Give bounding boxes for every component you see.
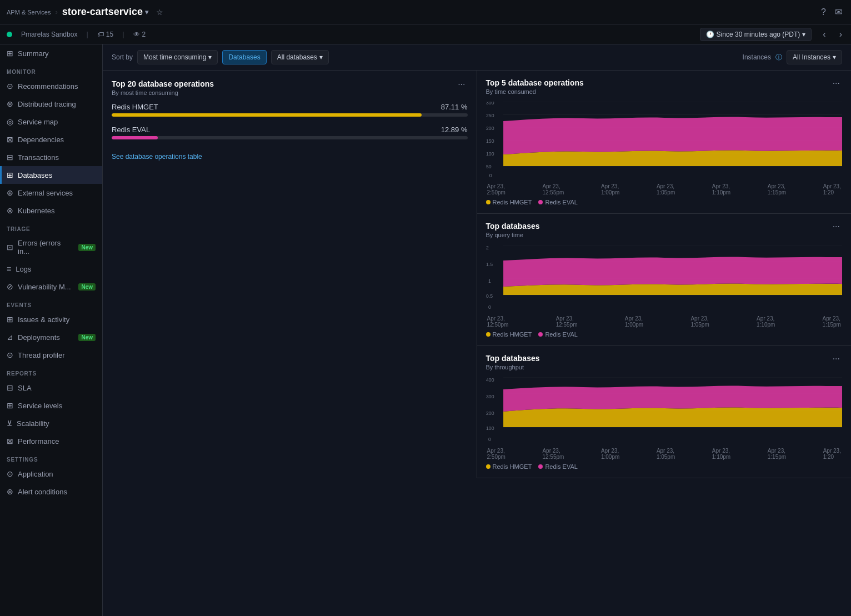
sidebar-item-service-map[interactable]: ◎ Service map bbox=[0, 113, 102, 131]
databases-tab[interactable]: Databases bbox=[222, 50, 266, 64]
status-dot bbox=[7, 32, 12, 37]
left-panel: Top 20 database operations By most time … bbox=[103, 71, 477, 478]
x-label-2: Apr 23,12:55pm bbox=[542, 183, 564, 196]
sidebar-item-sla[interactable]: ⊟ SLA bbox=[0, 379, 102, 397]
svg-text:0: 0 bbox=[489, 173, 492, 178]
sidebar-item-scalability[interactable]: ⊻ Scalability bbox=[0, 414, 102, 432]
legend-q-label-eval: Redis EVAL bbox=[545, 331, 578, 338]
sidebar-item-issues[interactable]: ⊞ Issues & activity bbox=[0, 310, 102, 328]
service-map-icon: ◎ bbox=[7, 117, 13, 126]
top5-chart-wrapper: 300 250 200 150 100 50 0 bbox=[486, 102, 843, 181]
vulnerability-icon: ⊘ bbox=[7, 282, 13, 291]
service-levels-icon: ⊞ bbox=[7, 401, 13, 410]
top5-card: Top 5 database operations By time consum… bbox=[477, 71, 852, 214]
legend-t-eval: Redis EVAL bbox=[538, 463, 578, 470]
db-op-pct-hmget: 87.11 % bbox=[441, 103, 468, 111]
sidebar-item-application[interactable]: ⊙ Application bbox=[0, 465, 102, 483]
application-icon: ⊙ bbox=[7, 469, 13, 478]
sidebar-item-performance[interactable]: ⊠ Performance bbox=[0, 432, 102, 450]
instances-meta-item: 👁 2 bbox=[133, 31, 146, 38]
tags-item: 🏷 15 bbox=[97, 31, 113, 38]
topbar-left: APM & Services › store-cartservice ▾ ☆ bbox=[7, 6, 819, 18]
sla-icon: ⊟ bbox=[7, 383, 13, 392]
x-label-3: Apr 23,1:00pm bbox=[601, 183, 619, 196]
sidebar-item-deployments[interactable]: ⊿ Deployments New bbox=[0, 328, 102, 346]
legend-eval: Redis EVAL bbox=[538, 199, 578, 206]
svg-text:0: 0 bbox=[488, 304, 490, 310]
svg-text:1: 1 bbox=[488, 278, 490, 284]
triage-section-label: TRIAGE bbox=[0, 219, 102, 234]
svg-text:400: 400 bbox=[486, 377, 494, 383]
progress-bar-eval bbox=[112, 136, 468, 139]
clock-icon: 🕐 bbox=[706, 31, 714, 38]
favorite-icon[interactable]: ☆ bbox=[156, 8, 163, 17]
tag-icon: 🏷 bbox=[97, 31, 104, 38]
sidebar-item-summary[interactable]: ⊞ Summary bbox=[0, 44, 102, 62]
toolbar: Sort by Most time consuming ▾ Databases … bbox=[103, 44, 851, 71]
topdbs-query-chart-wrapper: 2 1.5 1 0.5 0 bbox=[486, 245, 843, 313]
mail-button[interactable]: ✉ bbox=[833, 4, 844, 19]
top5-title: Top 5 database operations bbox=[486, 78, 584, 87]
sidebar-item-label: Dependencies bbox=[18, 136, 64, 144]
sidebar-item-databases[interactable]: ⊞ Databases bbox=[0, 166, 102, 184]
sidebar-item-alert-conditions[interactable]: ⊛ Alert conditions bbox=[0, 483, 102, 500]
topdbs-query-legend: Redis HMGET Redis EVAL bbox=[486, 331, 843, 338]
svg-text:300: 300 bbox=[486, 102, 494, 106]
top5-card-header: Top 5 database operations By time consum… bbox=[486, 78, 843, 95]
sidebar-item-logs[interactable]: ≡ Logs bbox=[0, 260, 102, 278]
info-icon[interactable]: ⓘ bbox=[775, 53, 782, 62]
q-x-2: Apr 23,12:55pm bbox=[556, 315, 578, 328]
sidebar-item-external-services[interactable]: ⊕ External services bbox=[0, 184, 102, 202]
sidebar-item-label: Errors (errors in... bbox=[18, 239, 74, 256]
sidebar-item-recommendations[interactable]: ⊙ Recommendations bbox=[0, 77, 102, 95]
top5-menu-button[interactable]: ··· bbox=[830, 78, 842, 88]
legend-q-dot-pink bbox=[538, 332, 543, 337]
sidebar-item-label: Logs bbox=[16, 265, 31, 273]
sidebar-item-distributed-tracing[interactable]: ⊛ Distributed tracing bbox=[0, 95, 102, 113]
sidebar-item-service-levels[interactable]: ⊞ Service levels bbox=[0, 397, 102, 414]
topdbs-throughput-title-group: Top databases By throughput bbox=[486, 354, 540, 370]
sidebar-item-errors[interactable]: ⊡ Errors (errors in... New bbox=[0, 234, 102, 260]
legend-q-eval: Redis EVAL bbox=[538, 331, 578, 338]
topdbs-query-menu[interactable]: ··· bbox=[830, 222, 842, 232]
service-dropdown-icon[interactable]: ▾ bbox=[145, 8, 148, 16]
q-x-4: Apr 23,1:05pm bbox=[690, 315, 709, 328]
instances-label: Instances bbox=[743, 53, 771, 61]
topdbs-throughput-x-labels: Apr 23,2:50pm Apr 23,12:55pm Apr 23,1:00… bbox=[486, 448, 843, 460]
sidebar-item-vulnerability[interactable]: ⊘ Vulnerability M... New bbox=[0, 278, 102, 296]
legend-t-hmget: Redis HMGET bbox=[486, 463, 532, 470]
t-x-3: Apr 23,1:00pm bbox=[601, 448, 619, 460]
all-databases-dropdown[interactable]: All databases ▾ bbox=[271, 50, 329, 64]
legend-t-dot-yellow bbox=[486, 464, 490, 469]
t-x-6: Apr 23,1:15pm bbox=[768, 448, 786, 460]
db-op-header-eval: Redis EVAL 12.89 % bbox=[112, 126, 468, 134]
sidebar-item-thread-profiler[interactable]: ⊙ Thread profiler bbox=[0, 346, 102, 364]
right-panel: Top 5 database operations By time consum… bbox=[477, 71, 852, 478]
next-button[interactable]: › bbox=[837, 27, 844, 42]
t-x-2: Apr 23,12:55pm bbox=[542, 448, 564, 460]
help-button[interactable]: ? bbox=[819, 5, 828, 19]
db-op-name-hmget: Redis HMGET bbox=[112, 103, 158, 111]
legend-q-label-hmget: Redis HMGET bbox=[493, 331, 532, 338]
kubernetes-icon: ⊗ bbox=[7, 206, 13, 215]
topdbs-throughput-menu[interactable]: ··· bbox=[830, 354, 842, 364]
all-instances-dropdown[interactable]: All Instances ▾ bbox=[787, 50, 842, 64]
sidebar-item-kubernetes[interactable]: ⊗ Kubernetes bbox=[0, 202, 102, 219]
legend-label-eval: Redis EVAL bbox=[545, 199, 578, 206]
sort-dropdown[interactable]: Most time consuming ▾ bbox=[137, 50, 218, 64]
prev-button[interactable]: ‹ bbox=[820, 27, 828, 42]
instances-meta-count: 2 bbox=[142, 31, 146, 38]
legend-hmget: Redis HMGET bbox=[486, 199, 532, 206]
content-grid: Top 20 database operations By most time … bbox=[103, 71, 851, 478]
sidebar-item-transactions[interactable]: ⊟ Transactions bbox=[0, 148, 102, 166]
logs-icon: ≡ bbox=[7, 264, 11, 273]
time-range-selector[interactable]: 🕐 Since 30 minutes ago (PDT) ▾ bbox=[700, 28, 812, 41]
sidebar-item-dependencies[interactable]: ⊠ Dependencies bbox=[0, 131, 102, 148]
env-label: Pmarelas Sandbox bbox=[21, 31, 77, 38]
svg-text:200: 200 bbox=[486, 410, 494, 416]
see-table-link[interactable]: See database operations table bbox=[112, 153, 202, 161]
card-menu-button[interactable]: ··· bbox=[455, 79, 467, 89]
scalability-icon: ⊻ bbox=[7, 419, 12, 428]
progress-fill-hmget bbox=[112, 113, 422, 117]
settings-section-label: SETTINGS bbox=[0, 450, 102, 465]
